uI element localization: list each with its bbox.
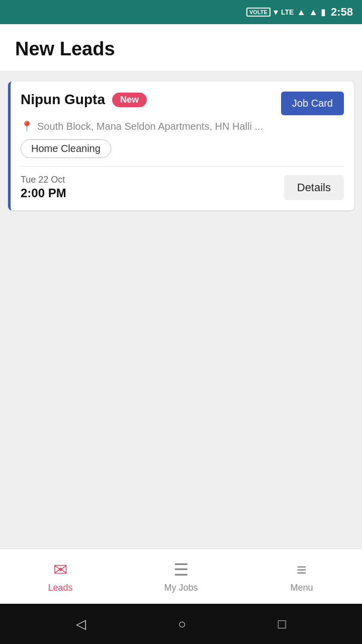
- status-time: 2:58: [331, 6, 353, 19]
- wifi-icon: ▾: [274, 7, 278, 18]
- card-top: Nipun Gupta New Job Card: [11, 82, 354, 115]
- card-tags: Home Cleaning: [11, 132, 354, 158]
- menu-icon: ≡: [297, 560, 307, 580]
- battery-icon: ▮: [321, 7, 326, 18]
- lte-label: LTE: [281, 8, 294, 16]
- customer-name: Nipun Gupta: [21, 92, 105, 108]
- myjobs-icon: ☰: [173, 559, 189, 580]
- lead-card: Nipun Gupta New Job Card 📍 South Block, …: [8, 82, 354, 210]
- new-badge: New: [112, 93, 147, 107]
- status-icons: VOLTE ▾ LTE ▲ ▲ ▮ 2:58: [246, 6, 353, 19]
- address-text: South Block, Mana Seldon Apartments, HN …: [37, 121, 263, 132]
- nav-item-myjobs[interactable]: ☰ My Jobs: [121, 549, 241, 604]
- nav-item-menu[interactable]: ≡ Menu: [241, 549, 362, 604]
- job-card-button[interactable]: Job Card: [281, 92, 344, 115]
- time-text: 2:00 PM: [21, 186, 66, 200]
- header: New Leads: [0, 24, 362, 71]
- card-name-row: Nipun Gupta New: [21, 92, 281, 108]
- service-tag: Home Cleaning: [21, 139, 111, 158]
- status-bar: VOLTE ▾ LTE ▲ ▲ ▮ 2:58: [0, 0, 362, 24]
- myjobs-label: My Jobs: [164, 583, 198, 593]
- date-time: Tue 22 Oct 2:00 PM: [21, 175, 66, 200]
- menu-label: Menu: [290, 583, 313, 593]
- main-content: Nipun Gupta New Job Card 📍 South Block, …: [0, 71, 362, 548]
- location-pin-icon: 📍: [21, 120, 33, 132]
- signal-icon: ▲: [297, 7, 306, 18]
- date-text: Tue 22 Oct: [21, 175, 66, 185]
- home-button[interactable]: ○: [178, 616, 186, 632]
- card-bottom: Tue 22 Oct 2:00 PM Details: [11, 167, 354, 210]
- leads-label: Leads: [48, 583, 72, 593]
- page-title: New Leads: [15, 38, 347, 60]
- android-system-bar: ◁ ○ □: [0, 604, 362, 644]
- nav-item-leads[interactable]: ✉ Leads: [0, 549, 121, 604]
- volte-badge: VOLTE: [246, 8, 270, 17]
- details-button[interactable]: Details: [284, 175, 344, 200]
- signal-icon-2: ▲: [309, 7, 318, 18]
- card-address: 📍 South Block, Mana Seldon Apartments, H…: [11, 115, 354, 132]
- bottom-nav: ✉ Leads ☰ My Jobs ≡ Menu: [0, 548, 362, 604]
- recents-button[interactable]: □: [278, 616, 286, 632]
- back-button[interactable]: ◁: [76, 616, 86, 632]
- leads-icon: ✉: [53, 559, 67, 580]
